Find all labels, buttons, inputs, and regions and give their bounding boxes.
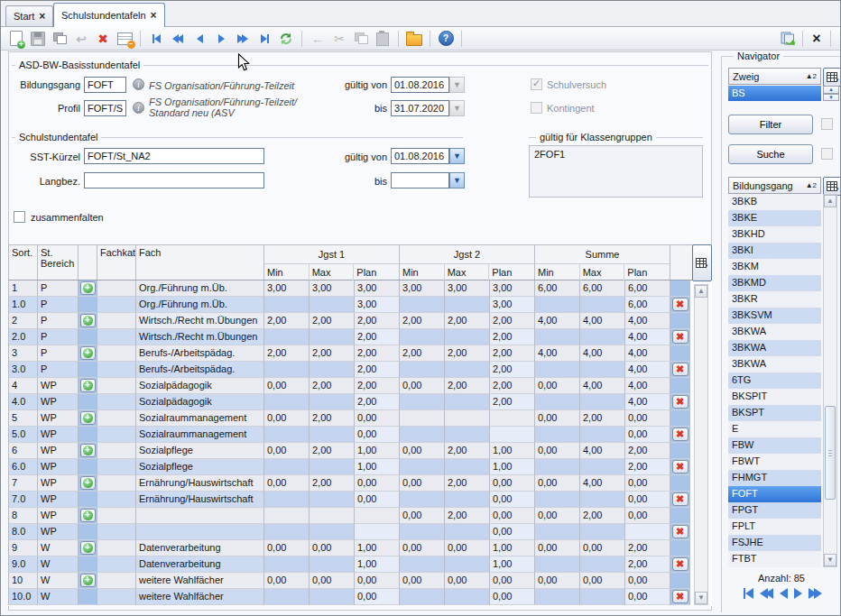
cell-value[interactable] (264, 459, 310, 475)
cell-value[interactable]: 4,00 (580, 345, 625, 362)
cell-value[interactable]: 6,00 (625, 280, 670, 297)
cell-value[interactable] (310, 556, 355, 573)
filter-button[interactable]: Filter (728, 115, 813, 134)
cell-fach[interactable]: Berufs-/Arbeitspädag. (136, 362, 264, 378)
bildungsgang-list-item[interactable]: E (728, 421, 821, 437)
cell-value[interactable] (264, 508, 310, 524)
fast-next-button[interactable] (233, 29, 253, 49)
cell-value[interactable] (264, 427, 310, 443)
cell-value[interactable]: 2,00 (490, 329, 535, 345)
cell-fachkat[interactable] (97, 443, 136, 459)
table-scrollbar[interactable]: ▲ ▼ (694, 284, 708, 605)
cell-value[interactable]: 6,00 (580, 280, 625, 297)
cell-value[interactable]: 0,00 (625, 589, 670, 605)
cell-value[interactable] (264, 329, 310, 345)
refresh-button[interactable] (276, 29, 296, 49)
cell-value[interactable] (535, 394, 580, 410)
pager-first-button[interactable] (744, 588, 753, 599)
bildungsgang-scrollbar[interactable]: ▲ ▼ (823, 194, 837, 567)
zweig-column-header[interactable]: Zweig ▲2 (728, 68, 821, 85)
cell-value[interactable] (355, 508, 400, 524)
tab-start[interactable]: Start × (5, 5, 53, 26)
cell-value[interactable] (264, 492, 310, 508)
cell-value[interactable] (445, 556, 490, 573)
fast-previous-button[interactable] (168, 29, 188, 49)
column-header-fachkat[interactable]: Fachkat./F (97, 245, 136, 280)
cell-fach[interactable]: Ernährung/Hauswirtschaft (136, 492, 264, 508)
klassengruppen-item[interactable]: 2FOF1 (534, 149, 565, 160)
cell-value[interactable] (445, 427, 490, 443)
cell-value[interactable] (310, 589, 355, 605)
cell-value[interactable]: 0,00 (580, 573, 625, 589)
cell-value[interactable]: 3,00 (445, 280, 490, 297)
previous-record-button[interactable] (189, 29, 209, 49)
klassengruppen-list[interactable]: 2FOF1 (529, 145, 703, 198)
edit-table-button[interactable] (115, 29, 134, 49)
cell-value[interactable] (580, 362, 625, 378)
cell-value[interactable]: 2,00 (445, 508, 490, 524)
suche-checkbox[interactable] (821, 148, 833, 160)
cell-value[interactable]: 4,00 (625, 313, 670, 329)
bildungsgang-list-item[interactable]: 3BKI (728, 243, 821, 259)
cell-value[interactable]: 2,00 (490, 362, 535, 378)
cell-value[interactable] (264, 297, 310, 313)
cell-fach[interactable]: Wirtsch./Recht m.Übungen (136, 313, 264, 329)
cell-value[interactable]: 0,00 (535, 540, 580, 556)
sst-bis-dropdown-icon[interactable]: ▼ (449, 172, 465, 188)
cell-fachkat[interactable] (97, 410, 136, 427)
help-button[interactable]: ? (436, 29, 456, 49)
cell-value[interactable]: 2,00 (310, 378, 355, 394)
cell-value[interactable]: 0,00 (400, 540, 445, 556)
cell-value[interactable]: 0,00 (625, 492, 670, 508)
cell-value[interactable]: 2,00 (490, 313, 535, 329)
cell-value[interactable] (400, 297, 445, 313)
cell-value[interactable]: 1,00 (490, 556, 535, 573)
table-row[interactable]: 7WP+Ernährung/Hauswirtschaft0,002,000,00… (9, 475, 712, 492)
cell-value[interactable] (535, 329, 580, 345)
table-row[interactable]: 4WP+Sozialpädagogik0,002,002,000,002,002… (9, 378, 712, 394)
cell-value[interactable]: 0,00 (625, 475, 670, 492)
cell-value[interactable] (310, 524, 355, 540)
cell-fach[interactable]: Sozialpflege (136, 443, 264, 459)
cell-value[interactable]: 0,00 (400, 443, 445, 459)
table-row[interactable]: 4.0WPSozialpädagogik2,002,004,00✖ (9, 394, 712, 410)
cell-value[interactable] (445, 492, 490, 508)
add-subrow-button[interactable]: + (80, 476, 96, 490)
table-row[interactable]: 7.0WPErnährung/Hauswirtschaft0,000,000,0… (9, 492, 712, 508)
table-row[interactable]: 6.0WPSozialpflege1,001,002,00✖ (9, 459, 712, 475)
profil-field[interactable]: FOFT/S (84, 100, 126, 116)
zweig-item-bs[interactable]: BS (728, 86, 821, 101)
cell-value[interactable]: 0,00 (355, 589, 400, 605)
cell-fachkat[interactable] (97, 508, 136, 524)
duplicate-button[interactable] (50, 29, 69, 49)
cell-value[interactable] (400, 394, 445, 410)
add-subrow-button[interactable]: + (80, 411, 96, 425)
cell-value[interactable] (400, 362, 445, 378)
scroll-up-icon[interactable]: ▲ (824, 195, 836, 207)
table-row[interactable]: 1.0POrg./Führung m.Üb.3,003,006,00✖ (9, 297, 712, 313)
cell-fach[interactable]: Wirtsch./Recht m.Übungen (136, 329, 264, 345)
cell-value[interactable]: 0,00 (355, 427, 400, 443)
cell-value[interactable]: 2,00 (355, 345, 400, 362)
open-folder-button[interactable] (404, 29, 424, 49)
tab-schulstundentafeln-close-icon[interactable]: × (151, 11, 157, 20)
cell-value[interactable] (264, 556, 310, 573)
cell-value[interactable] (535, 427, 580, 443)
cell-value[interactable] (445, 362, 490, 378)
cell-value[interactable]: 2,00 (264, 345, 310, 362)
cell-fach[interactable] (136, 508, 264, 524)
sync-view-button[interactable] (779, 29, 799, 49)
column-header-bereich[interactable]: St.Bereich (38, 245, 79, 280)
column-header-jgst2-plan[interactable]: Plan (489, 264, 534, 280)
sst-bis-field[interactable] (391, 172, 449, 188)
delete-row-button[interactable]: ✖ (672, 492, 689, 506)
cell-value[interactable] (625, 524, 670, 540)
cell-value[interactable]: 0,00 (625, 410, 670, 427)
cell-value[interactable]: 0,00 (580, 540, 625, 556)
cell-value[interactable] (400, 492, 445, 508)
cell-value[interactable]: 2,00 (310, 313, 355, 329)
cell-value[interactable]: 1,00 (355, 443, 400, 459)
cell-value[interactable]: 0,00 (310, 573, 355, 589)
cell-value[interactable] (535, 492, 580, 508)
cell-value[interactable]: 1,00 (490, 443, 535, 459)
